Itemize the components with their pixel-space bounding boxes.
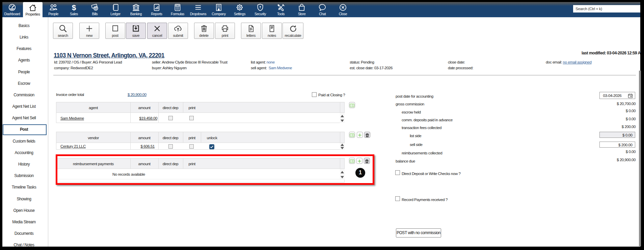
svg-text:$: $ — [72, 3, 76, 12]
svg-text:$: $ — [95, 7, 97, 10]
